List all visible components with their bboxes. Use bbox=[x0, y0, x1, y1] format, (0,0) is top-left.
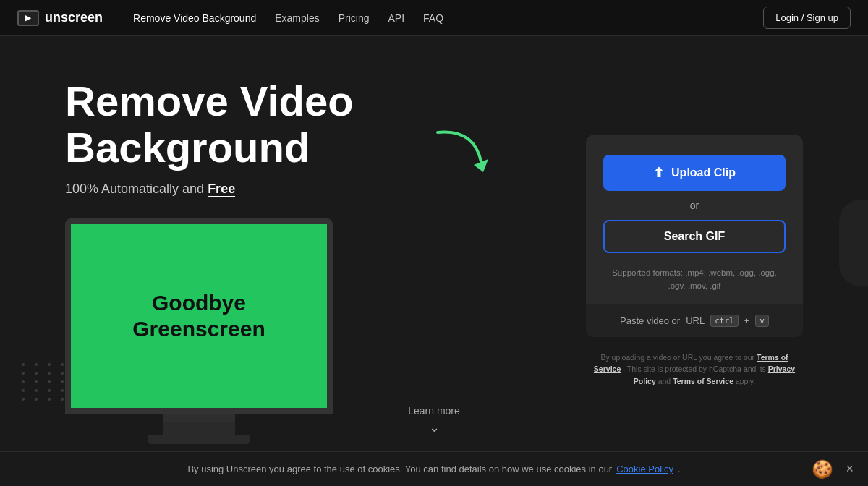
monitor-stand bbox=[163, 414, 235, 435]
cookie-text: By using Unscreen you agree to the use o… bbox=[187, 464, 612, 474]
v-key-badge: v bbox=[755, 315, 769, 327]
nav-item-examples[interactable]: Examples bbox=[268, 8, 326, 28]
tos-line1: By uploading a video or URL you agree to… bbox=[600, 353, 754, 362]
nav-item-api[interactable]: API bbox=[381, 8, 412, 28]
formats-text: Supported formats: .mp4, .webm, .ogg, .o… bbox=[603, 266, 786, 293]
main-content: Remove Video Background 100% Automatical… bbox=[0, 0, 868, 486]
logo-text: unscreen bbox=[45, 10, 103, 25]
learn-more-section: Learn more ⌄ bbox=[408, 405, 460, 435]
hero-title-line2: Background bbox=[65, 124, 310, 171]
cookie-policy-link[interactable]: Cookie Policy bbox=[616, 464, 673, 474]
monitor-line2: Greenscreen bbox=[132, 316, 265, 342]
logo-link[interactable]: unscreen bbox=[17, 10, 103, 26]
tos-text: By uploading a video or URL you agree to… bbox=[586, 351, 803, 388]
logo-icon bbox=[17, 10, 39, 26]
monitor-wrapper: Goodbye Greenscreen bbox=[65, 218, 333, 444]
paste-text: Paste video or bbox=[620, 315, 680, 326]
monitor-base bbox=[148, 435, 250, 444]
subtitle-free: Free bbox=[208, 182, 235, 197]
paste-url-label: URL bbox=[686, 315, 705, 326]
tos-apply: apply. bbox=[736, 377, 755, 385]
monitor-line1: Goodbye bbox=[132, 290, 265, 316]
cookie-bar: By using Unscreen you agree to the use o… bbox=[0, 451, 868, 486]
ctrl-key-badge: ctrl bbox=[710, 315, 739, 327]
learn-more-label: Learn more bbox=[408, 405, 460, 417]
ghost-circle-decoration bbox=[839, 200, 868, 286]
paste-bar: Paste video or URL ctrl + v bbox=[586, 304, 803, 337]
or-divider: or bbox=[603, 200, 786, 211]
hero-right: ⬆ Upload Clip or Search GIF Supported fo… bbox=[586, 135, 803, 388]
upload-card: ⬆ Upload Clip or Search GIF Supported fo… bbox=[586, 135, 803, 337]
arrow-icon bbox=[434, 122, 492, 179]
monitor-text: Goodbye Greenscreen bbox=[132, 290, 265, 342]
chevron-down-icon: ⌄ bbox=[408, 419, 460, 435]
hero-subtitle: 100% Automatically and Free bbox=[65, 182, 470, 197]
plus-separator: + bbox=[744, 315, 750, 326]
hero-title: Remove Video Background bbox=[65, 78, 470, 171]
tos-link2[interactable]: Terms of Service bbox=[673, 377, 733, 385]
monitor-display: Goodbye Greenscreen bbox=[65, 218, 333, 414]
hero-title-line1: Remove Video bbox=[65, 77, 354, 124]
upload-label: Upload Clip bbox=[671, 166, 736, 179]
cookie-emoji: 🍪 bbox=[812, 459, 833, 479]
upload-clip-button[interactable]: ⬆ Upload Clip bbox=[603, 155, 786, 191]
nav-item-remove-video[interactable]: Remove Video Background bbox=[126, 8, 263, 28]
tos-line2: . This site is protected by hCaptcha and… bbox=[623, 364, 766, 373]
tos-and: and bbox=[658, 377, 673, 385]
login-button[interactable]: Login / Sign up bbox=[763, 7, 851, 29]
nav-menu: Remove Video Background Examples Pricing… bbox=[126, 12, 763, 25]
search-gif-button[interactable]: Search GIF bbox=[603, 220, 786, 253]
cookie-close-button[interactable]: × bbox=[846, 461, 854, 477]
subtitle-prefix: 100% Automatically and bbox=[65, 182, 208, 196]
nav-item-faq[interactable]: FAQ bbox=[416, 8, 451, 28]
navbar: unscreen Remove Video Background Example… bbox=[0, 0, 868, 36]
hero-section: Remove Video Background 100% Automatical… bbox=[36, 78, 832, 445]
monitor-screen: Goodbye Greenscreen bbox=[71, 224, 327, 408]
upload-icon: ⬆ bbox=[653, 165, 664, 181]
cookie-period: . bbox=[678, 464, 681, 474]
hero-left: Remove Video Background 100% Automatical… bbox=[65, 78, 470, 445]
nav-item-pricing[interactable]: Pricing bbox=[331, 8, 377, 28]
